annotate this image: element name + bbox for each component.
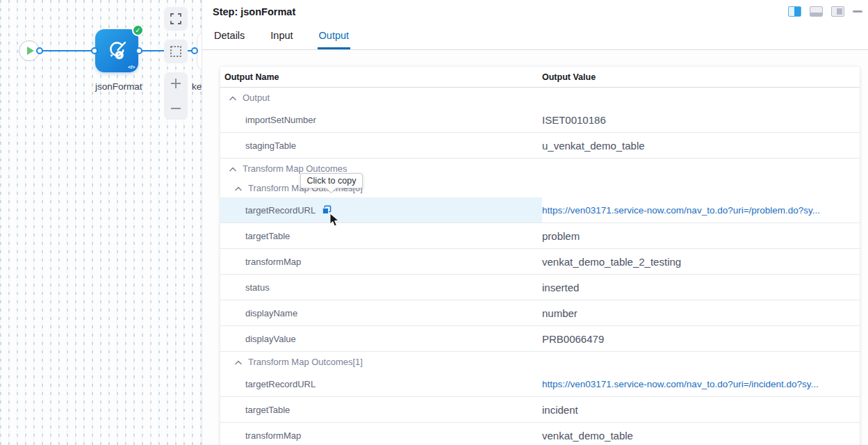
output-value-cell: https://ven03171.service-now.com/nav_to.… <box>542 371 860 396</box>
output-value-link[interactable]: https://ven03171.service-now.com/nav_to.… <box>542 379 819 389</box>
code-icon: </> <box>128 64 135 70</box>
table-row-targetTable: targetTableincident <box>220 397 860 423</box>
node-label-truncated: ke <box>192 81 202 92</box>
tabs-bar: Details Input Output <box>202 24 868 50</box>
output-name-cell: targetTable <box>220 223 542 248</box>
table-row-displayName: displayNamenumber <box>220 300 860 326</box>
table-header: Output Name Output Value <box>220 67 860 88</box>
mouse-cursor <box>329 213 340 227</box>
output-table-card: Output Name Output Value OutputimportSet… <box>220 67 860 445</box>
marquee-select-icon <box>170 45 182 58</box>
play-icon <box>27 47 34 55</box>
connector-port[interactable] <box>136 47 142 54</box>
connector-port[interactable] <box>91 47 98 54</box>
tab-output[interactable]: Output <box>318 30 351 49</box>
output-value: venkat_demo_table_2_testing <box>542 256 681 268</box>
output-name-cell: displayName <box>220 300 542 325</box>
output-value: problem <box>542 230 580 242</box>
marquee-select-button[interactable] <box>164 40 188 63</box>
output-name: transformMap <box>245 257 301 267</box>
output-name: displayValue <box>245 334 296 344</box>
output-value-cell: u_venkat_demo_table <box>542 133 860 158</box>
output-value-cell: https://ven03171.service-now.com/nav_to.… <box>542 197 860 222</box>
step-node-jsonformat[interactable]: </> <box>95 29 138 72</box>
output-name: transformMap <box>245 430 301 441</box>
fit-screen-icon <box>170 13 181 24</box>
app-window: </> ✓ jsonFormat ke <box>0 0 868 445</box>
output-value-cell: venkat_demo_table_2_testing <box>542 249 860 274</box>
output-value-cell: problem <box>542 223 860 248</box>
output-name: displayName <box>245 308 297 318</box>
table-row-stagingTable: stagingTableu_venkat_demo_table <box>220 133 860 159</box>
step-detail-panel: Step: jsonFormat Details Input Output Ou… <box>202 0 868 445</box>
table-row-displayValue: displayValuePRB0066479 <box>220 326 860 352</box>
output-value: u_venkat_demo_table <box>542 140 645 152</box>
flow-canvas[interactable]: </> ✓ jsonFormat ke <box>0 0 202 445</box>
chevron-up-icon <box>235 183 242 193</box>
column-header-output-name: Output Name <box>220 72 542 82</box>
tooltip-text: Click to copy <box>307 176 357 186</box>
output-value-link[interactable]: https://ven03171.service-now.com/nav_to.… <box>542 205 820 216</box>
output-value-cell: number <box>542 300 860 325</box>
layout-side-panel-icon[interactable] <box>788 6 801 17</box>
output-name-cell: targetTable <box>220 397 542 422</box>
output-value: incident <box>542 404 578 416</box>
table-row-transformMap: transformMapvenkat_demo_table_2_testing <box>220 249 860 275</box>
zoom-controls <box>164 72 188 120</box>
output-value: PRB0066479 <box>542 333 604 345</box>
output-value: inserted <box>542 282 579 293</box>
output-value: venkat_demo_table <box>542 430 633 442</box>
layout-bottom-panel-icon[interactable] <box>810 6 823 17</box>
section-toggle-0[interactable]: Output <box>220 88 860 107</box>
output-value-cell: ISET0010186 <box>542 107 860 132</box>
column-header-output-value: Output Value <box>542 72 860 82</box>
output-tab-content: Output Name Output Value OutputimportSet… <box>202 51 868 445</box>
json-format-icon <box>105 39 129 63</box>
connector-port[interactable] <box>191 47 198 54</box>
section-toggle-11[interactable]: Transform Map Outcomes[1] <box>220 352 860 371</box>
panel-header: Step: jsonFormat <box>202 0 868 24</box>
output-name: targetTable <box>245 231 290 241</box>
success-check-icon: ✓ <box>132 24 144 36</box>
table-row-targetRecordURL: targetRecordURLhttps://ven03171.service-… <box>220 197 860 223</box>
fit-screen-button[interactable] <box>164 7 188 31</box>
chevron-up-icon <box>235 357 242 367</box>
panel-layout-controls <box>788 6 862 17</box>
output-value-cell: venkat_demo_table <box>542 423 860 445</box>
output-table-body: OutputimportSetNumberISET0010186stagingT… <box>220 88 860 445</box>
table-row-status: statusinserted <box>220 275 860 300</box>
output-name-cell: targetRecordURL <box>220 371 542 396</box>
zoom-out-button[interactable] <box>164 97 188 120</box>
zoom-in-button[interactable] <box>164 72 188 95</box>
output-name-cell: displayValue <box>220 326 542 351</box>
output-name: targetRecordURL <box>245 205 316 216</box>
flow-edge <box>40 50 95 51</box>
output-name-cell: transformMap <box>220 423 542 445</box>
output-name-cell: targetRecordURL <box>220 197 542 222</box>
minimize-icon[interactable] <box>853 10 862 13</box>
tab-details[interactable]: Details <box>213 30 246 49</box>
node-label: jsonFormat <box>95 81 138 92</box>
output-name: status <box>245 282 270 293</box>
output-name: targetTable <box>245 405 290 415</box>
output-name: targetRecordURL <box>245 379 316 389</box>
section-label: Transform Map Outcomes[1] <box>248 357 363 367</box>
minus-icon <box>170 103 181 114</box>
table-row-targetTable: targetTableproblem <box>220 223 860 249</box>
output-value: number <box>542 307 578 319</box>
output-value-cell: PRB0066479 <box>542 326 860 351</box>
layout-floating-panel-icon[interactable] <box>831 6 844 17</box>
output-name-cell: importSetNumber <box>220 107 542 132</box>
chevron-up-icon <box>229 92 236 103</box>
panel-title: Step: jsonFormat <box>213 6 295 17</box>
connector-port[interactable] <box>36 47 43 54</box>
table-row-transformMap: transformMapvenkat_demo_table <box>220 423 860 445</box>
section-label: Output <box>243 92 270 103</box>
section-label: Transform Map Outcomes <box>243 163 347 174</box>
output-name: stagingTable <box>245 140 296 151</box>
tab-input[interactable]: Input <box>269 30 294 49</box>
output-name: importSetNumber <box>245 115 316 125</box>
chevron-up-icon <box>229 163 236 174</box>
plus-icon <box>170 78 181 89</box>
output-name-cell: transformMap <box>220 249 542 274</box>
